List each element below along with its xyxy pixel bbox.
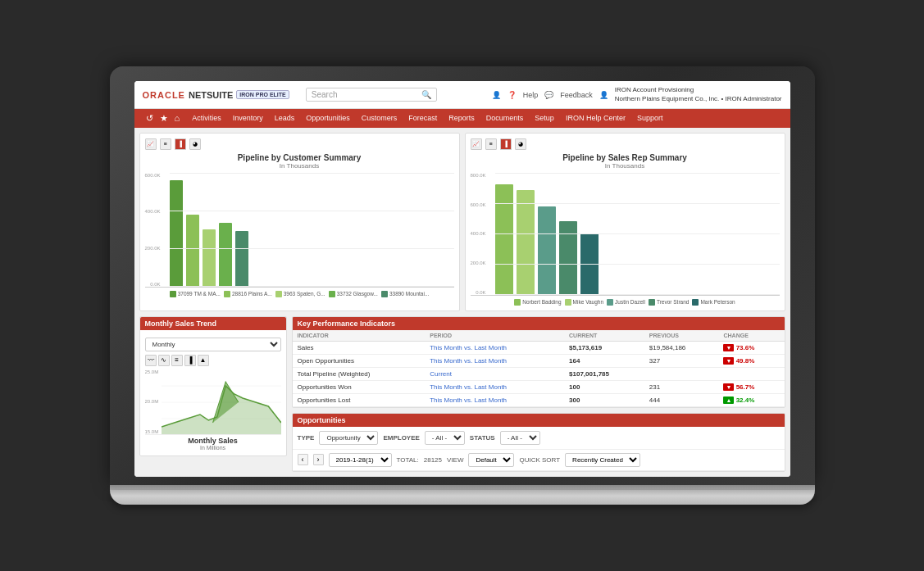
bar-r2[interactable] (517, 190, 535, 295)
legend-color (565, 299, 571, 306)
legend-color (224, 291, 230, 297)
feedback-label: Feedback (560, 91, 593, 99)
kpi-row: Sales This Month vs. Last Month $5,173,6… (293, 341, 785, 354)
bar-r3[interactable] (538, 206, 556, 295)
line-icon[interactable]: 〰 (145, 355, 157, 366)
employee-select[interactable]: - All - (425, 431, 465, 445)
kpi-current: 164 (564, 354, 644, 367)
navigation: ↺ ★ ⌂ Activities Inventory Leads Opportu… (134, 109, 790, 128)
nav-inventory[interactable]: Inventory (227, 110, 269, 126)
pie-chart-icon[interactable]: ◕ (189, 138, 201, 150)
y-label: 400.0K (145, 209, 161, 214)
bar-r4[interactable] (559, 221, 577, 295)
bar-chart-icon[interactable]: ▐ (500, 138, 512, 150)
bar-group-1 (170, 180, 183, 287)
y-label: 600.0K (145, 173, 161, 178)
bar-chart-left: 600.0K 400.0K 200.0K 0.0K (145, 173, 454, 288)
y-axis-left: 600.0K 400.0K 200.0K 0.0K (145, 173, 162, 287)
kpi-period: This Month vs. Last Month (425, 341, 564, 354)
home-icon[interactable]: ⌂ (173, 111, 182, 125)
chart-subtitle-left: In Thousands (145, 162, 454, 170)
mini-chart-svg (162, 369, 281, 435)
kpi-period: Current (425, 367, 564, 380)
feedback-icon[interactable]: 💬 (544, 91, 553, 99)
mini-chart-subtitle: In Millions (145, 445, 281, 451)
period-select[interactable]: 2019-1-28(1) (329, 453, 392, 467)
bar-icon[interactable]: ▐ (184, 355, 196, 366)
laptop-hinge (110, 485, 815, 490)
y-label: 0.0K (150, 282, 160, 287)
nav-documents[interactable]: Documents (480, 110, 530, 126)
quicksort-select[interactable]: Recently Created (565, 453, 640, 467)
bar-2[interactable] (186, 215, 199, 287)
chart-toolbar-right: 📈 ≡ ▐ ◕ (471, 138, 780, 150)
area-icon[interactable]: ▲ (198, 355, 209, 366)
filter-icon[interactable]: ≡ (485, 138, 497, 150)
bar-4[interactable] (219, 223, 232, 287)
help-label: Help (523, 91, 539, 99)
right-panel: Key Performance Indicators INDICATOR PER… (292, 316, 785, 472)
line-chart-icon[interactable]: 📈 (471, 138, 482, 150)
grid-line (170, 173, 454, 174)
bar-3[interactable] (203, 229, 216, 287)
kpi-indicator: Total Pipeline (Weighted) (293, 367, 426, 380)
monthly-dropdown[interactable]: Monthly (145, 338, 281, 351)
wave-icon[interactable]: ∿ (158, 355, 170, 366)
header: ORACLE NETSUITE IRON PRO ELITE Search 🔍 … (134, 81, 790, 109)
kpi-change: ▼ 49.8% (718, 354, 784, 367)
laptop-container: ORACLE NETSUITE IRON PRO ELITE Search 🔍 … (110, 66, 815, 505)
nav-forecast[interactable]: Forecast (403, 110, 443, 126)
bar-5[interactable] (235, 231, 248, 287)
change-value: 56.7% (736, 383, 755, 391)
bar-r5[interactable] (580, 233, 599, 295)
help-icon[interactable]: ❓ (508, 91, 517, 99)
kpi-period: This Month vs. Last Month (425, 393, 564, 406)
account-icon[interactable]: 👤 (599, 91, 608, 99)
grid-line (495, 173, 780, 174)
view-label: VIEW (447, 456, 463, 464)
kpi-indicator: Open Opportunities (293, 354, 426, 367)
sales-trend-panel: Monthly Sales Trend Monthly 〰 ∿ ≡ ▐ ▲ (139, 316, 287, 456)
col-change: CHANGE (718, 330, 784, 342)
bar-r1[interactable] (495, 184, 513, 295)
legend-label: 28816 Plains A... (232, 291, 272, 297)
iron-badge: IRON PRO ELITE (236, 90, 289, 99)
legend-item: 33732 Glasgow... (329, 291, 378, 297)
nav-customers[interactable]: Customers (356, 110, 403, 126)
kpi-change: ▼ 56.7% (718, 380, 784, 393)
nav-support[interactable]: Support (631, 110, 669, 126)
refresh-icon[interactable]: ↺ (144, 111, 155, 125)
nav-opportunities[interactable]: Opportunities (300, 110, 356, 126)
main-content: 📈 ≡ ▐ ◕ Pipeline by Customer Summary In … (134, 128, 790, 477)
legend-label: 33890 Mountai... (389, 291, 429, 297)
search-icon: 🔍 (421, 90, 431, 99)
next-page-button[interactable]: › (313, 454, 324, 465)
nav-setup[interactable]: Setup (529, 110, 560, 126)
bar-chart-icon[interactable]: ▐ (175, 138, 186, 150)
filter-icon[interactable]: ≡ (160, 138, 171, 150)
nav-reports[interactable]: Reports (443, 110, 480, 126)
nav-activities[interactable]: Activities (186, 110, 227, 126)
user-icon[interactable]: 👤 (492, 91, 501, 99)
bar-group-4 (219, 223, 232, 287)
kpi-row: Open Opportunities This Month vs. Last M… (293, 354, 785, 367)
star-icon[interactable]: ★ (158, 111, 170, 125)
type-select[interactable]: Opportunity (319, 431, 378, 445)
total-value: 28125 (424, 456, 442, 464)
bar-1[interactable] (170, 180, 183, 287)
legend-label: Mark Peterson (700, 299, 735, 305)
grid-line (170, 211, 454, 211)
status-select[interactable]: - All - (500, 431, 540, 445)
kpi-previous: 444 (644, 393, 719, 406)
pie-chart-icon[interactable]: ◕ (515, 138, 526, 150)
legend-item: 3963 Spaten, G... (275, 291, 325, 297)
prev-page-button[interactable]: ‹ (298, 454, 308, 465)
search-bar[interactable]: Search 🔍 (306, 88, 437, 102)
chart-title-left: Pipeline by Customer Summary (145, 153, 454, 162)
line-chart-icon[interactable]: 📈 (145, 138, 157, 150)
view-select[interactable]: Default (468, 453, 514, 467)
sales-rep-summary-chart: 📈 ≡ ▐ ◕ Pipeline by Sales Rep Summary In… (465, 133, 785, 311)
filter-icon[interactable]: ≡ (171, 355, 183, 366)
nav-leads[interactable]: Leads (269, 110, 301, 126)
nav-iron-help[interactable]: IRON Help Center (560, 110, 631, 126)
